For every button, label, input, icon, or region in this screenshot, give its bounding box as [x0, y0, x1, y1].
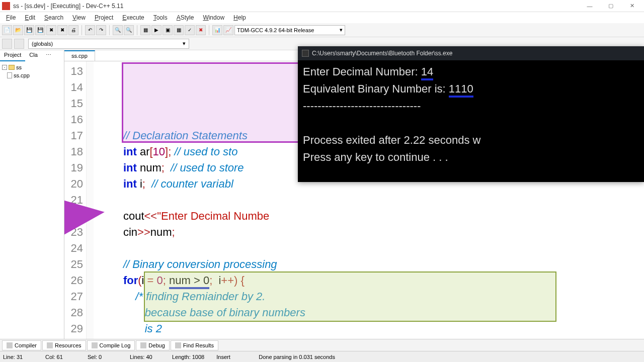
stop-icon[interactable]: ✖ — [196, 25, 206, 35]
new-icon[interactable]: 📄 — [2, 25, 12, 35]
main-toolbar: 📄 📂 💾 💾 ✖ ✖ 🖨 ↶ ↷ 🔍 🔍 ▦ ▶ ▣ ▦ ✓ ✖ 📊 📈 TD… — [0, 23, 644, 37]
status-length: Length: 1008 — [172, 354, 204, 360]
gprof-icon[interactable]: 📈 — [223, 25, 233, 35]
open-icon[interactable]: 📂 — [13, 25, 23, 35]
compile-icon[interactable]: ▦ — [140, 25, 150, 35]
window-titlebar: ss - [ss.dev] - [Executing] - Dev-C++ 5.… — [0, 0, 644, 12]
find-icon[interactable]: 🔍 — [113, 25, 123, 35]
save-icon[interactable]: 💾 — [24, 25, 34, 35]
menu-help[interactable]: Help — [229, 13, 250, 23]
code-line[interactable]: is 2 — [99, 321, 644, 337]
close-file-icon[interactable]: ✖ — [46, 25, 56, 35]
line-number-gutter: 1314151617181920212223242526272829 — [64, 61, 87, 350]
console-result-value: 1110 — [449, 82, 473, 98]
maximize-button[interactable]: ▢ — [601, 1, 621, 12]
file-icon — [7, 72, 12, 78]
code-line[interactable]: // Binary conversion processing — [99, 256, 644, 273]
code-line[interactable]: because base of binary numbers — [99, 305, 644, 321]
code-line[interactable] — [99, 240, 644, 256]
rebuild-icon[interactable]: ▦ — [174, 25, 184, 35]
menu-file[interactable]: File — [2, 13, 20, 23]
globals-select-value: (globals) — [32, 41, 53, 47]
chevron-down-icon: ▾ — [183, 40, 186, 47]
status-col: Col: 61 — [45, 354, 75, 360]
bottom-tabs: CompilerResourcesCompile LogDebugFind Re… — [0, 339, 644, 351]
compiler-select[interactable]: TDM-GCC 4.9.2 64-bit Release ▾ — [234, 25, 345, 35]
code-line[interactable]: cin>>num; — [99, 224, 644, 240]
tab-project[interactable]: Project — [0, 50, 25, 61]
editor-tab-active[interactable]: ss.cpp — [64, 50, 95, 61]
chevron-down-icon: ▾ — [340, 27, 343, 33]
close-button[interactable]: ✕ — [622, 1, 642, 12]
menu-project[interactable]: Project — [91, 13, 117, 23]
debug-icon[interactable]: ✓ — [185, 25, 195, 35]
status-mode: Insert — [216, 354, 247, 360]
bottom-tab-compile-log[interactable]: Compile Log — [87, 340, 135, 350]
run-icon[interactable]: ▶ — [151, 25, 162, 35]
compile-run-icon[interactable]: ▣ — [163, 25, 173, 35]
status-line: Line: 31 — [3, 354, 33, 360]
goto-icon[interactable] — [2, 39, 12, 49]
tab-classes[interactable]: Cla — [25, 50, 42, 61]
back-icon[interactable] — [14, 39, 24, 49]
status-parse: Done parsing in 0.031 seconds — [259, 354, 641, 360]
replace-icon[interactable]: 🔍 — [124, 25, 134, 35]
code-line[interactable]: cout<<"Enter Decimal Numbe — [99, 208, 644, 224]
profile-icon[interactable]: 📊 — [212, 25, 222, 35]
app-icon — [2, 2, 10, 10]
project-icon — [9, 65, 15, 70]
status-sel: Sel: 0 — [88, 354, 118, 360]
console-input-value: 14 — [421, 65, 433, 80]
window-title: ss - [ss.dev] - [Executing] - Dev-C++ 5.… — [13, 3, 580, 10]
menu-astyle[interactable]: AStyle — [173, 13, 198, 23]
menu-search[interactable]: Search — [40, 13, 67, 23]
print-icon[interactable]: 🖨 — [68, 25, 78, 35]
bottom-tab-resources[interactable]: Resources — [42, 340, 86, 350]
console-title: C:\Users\smarty\Documents\Bluetooth Fold… — [312, 50, 452, 57]
bottom-tab-find-results[interactable]: Find Results — [171, 340, 218, 350]
project-file[interactable]: ss.cpp — [1, 71, 63, 79]
fold-gutter[interactable]: - — [87, 61, 94, 350]
code-line[interactable]: /* finding Remiainder by 2. — [99, 289, 644, 305]
redo-icon[interactable]: ↷ — [96, 25, 106, 35]
saveall-icon[interactable]: 💾 — [35, 25, 45, 35]
project-root[interactable]: - ss — [1, 63, 63, 71]
menu-view[interactable]: View — [68, 13, 90, 23]
collapse-icon[interactable]: - — [2, 65, 7, 70]
compiler-select-value: TDM-GCC 4.9.2 64-bit Release — [237, 27, 314, 33]
project-sidebar: Project Cla ⋯ - ss ss.cpp — [0, 50, 64, 350]
project-file-label: ss.cpp — [14, 72, 30, 78]
closeall-icon[interactable]: ✖ — [57, 25, 67, 35]
code-line[interactable] — [99, 192, 644, 208]
menu-edit[interactable]: Edit — [21, 13, 39, 23]
console-titlebar[interactable]: C:\Users\smarty\Documents\Bluetooth Fold… — [298, 46, 644, 60]
console-output: Enter Decimal Number: 14 Equivalent Bina… — [298, 60, 644, 169]
menu-tools[interactable]: Tools — [149, 13, 172, 23]
status-lines: Lines: 40 — [130, 354, 160, 360]
minimize-button[interactable]: — — [580, 1, 600, 12]
bottom-tab-compiler[interactable]: Compiler — [2, 340, 41, 350]
code-line[interactable]: for(i = 0; num > 0; i++) { — [99, 273, 644, 289]
globals-select[interactable]: (globals) ▾ — [28, 39, 189, 49]
statusbar: Line: 31 Col: 61 Sel: 0 Lines: 40 Length… — [0, 351, 644, 362]
project-tree[interactable]: - ss ss.cpp — [0, 61, 64, 81]
menu-execute[interactable]: Execute — [118, 13, 148, 23]
console-icon — [302, 50, 309, 57]
bottom-tab-debug[interactable]: Debug — [136, 340, 169, 350]
tab-overflow[interactable]: ⋯ — [42, 50, 55, 61]
project-root-label: ss — [16, 64, 22, 70]
console-window: C:\Users\smarty\Documents\Bluetooth Fold… — [298, 46, 644, 182]
menu-window[interactable]: Window — [199, 13, 228, 23]
menubar: FileEditSearchViewProjectExecuteToolsASt… — [0, 12, 644, 23]
undo-icon[interactable]: ↶ — [85, 25, 95, 35]
